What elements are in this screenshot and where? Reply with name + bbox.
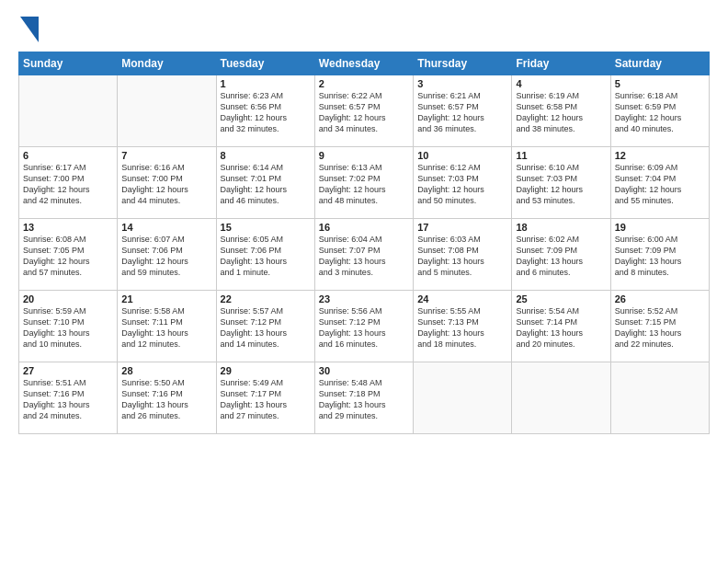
day-info: Sunrise: 6:04 AM Sunset: 7:07 PM Dayligh… [319, 234, 409, 279]
calendar-cell [512, 362, 610, 434]
day-number: 17 [417, 222, 507, 233]
day-number: 25 [516, 293, 606, 304]
day-info: Sunrise: 5:59 AM Sunset: 7:10 PM Dayligh… [23, 305, 113, 350]
day-info: Sunrise: 6:18 AM Sunset: 6:59 PM Dayligh… [615, 90, 705, 135]
day-info: Sunrise: 5:58 AM Sunset: 7:11 PM Dayligh… [121, 305, 211, 350]
calendar-cell: 19Sunrise: 6:00 AM Sunset: 7:09 PM Dayli… [610, 219, 709, 291]
day-info: Sunrise: 6:21 AM Sunset: 6:57 PM Dayligh… [417, 90, 507, 135]
day-number: 6 [23, 150, 113, 161]
day-number: 30 [319, 365, 409, 376]
weekday-header: Thursday [414, 52, 512, 75]
day-info: Sunrise: 5:50 AM Sunset: 7:16 PM Dayligh… [121, 377, 211, 422]
calendar-cell: 9Sunrise: 6:13 AM Sunset: 7:02 PM Daylig… [314, 147, 413, 219]
day-number: 16 [319, 222, 409, 233]
day-info: Sunrise: 5:55 AM Sunset: 7:13 PM Dayligh… [417, 305, 507, 350]
calendar-week-row: 6Sunrise: 6:17 AM Sunset: 7:00 PM Daylig… [19, 147, 710, 219]
calendar-cell: 12Sunrise: 6:09 AM Sunset: 7:04 PM Dayli… [610, 147, 709, 219]
weekday-header: Tuesday [216, 52, 314, 75]
day-number: 22 [221, 293, 311, 304]
calendar-cell: 26Sunrise: 5:52 AM Sunset: 7:15 PM Dayli… [610, 291, 709, 362]
calendar-cell [19, 75, 118, 147]
day-number: 5 [615, 78, 705, 89]
page: SundayMondayTuesdayWednesdayThursdayFrid… [0, 0, 728, 563]
day-info: Sunrise: 6:10 AM Sunset: 7:03 PM Dayligh… [516, 162, 606, 207]
calendar-week-row: 20Sunrise: 5:59 AM Sunset: 7:10 PM Dayli… [19, 291, 710, 362]
day-number: 18 [516, 222, 606, 233]
day-info: Sunrise: 6:08 AM Sunset: 7:05 PM Dayligh… [23, 234, 113, 279]
calendar-week-row: 1Sunrise: 6:23 AM Sunset: 6:56 PM Daylig… [19, 75, 710, 147]
calendar-cell: 4Sunrise: 6:19 AM Sunset: 6:58 PM Daylig… [512, 75, 610, 147]
day-number: 13 [23, 222, 113, 233]
day-number: 29 [221, 365, 311, 376]
day-number: 2 [319, 78, 409, 89]
day-number: 7 [121, 150, 211, 161]
calendar-cell: 17Sunrise: 6:03 AM Sunset: 7:08 PM Dayli… [414, 219, 512, 291]
day-number: 15 [221, 222, 311, 233]
weekday-header: Wednesday [314, 52, 413, 75]
day-number: 12 [615, 150, 705, 161]
day-info: Sunrise: 6:19 AM Sunset: 6:58 PM Dayligh… [516, 90, 606, 135]
calendar-cell [610, 362, 709, 434]
header [18, 17, 710, 42]
svg-marker-0 [20, 17, 39, 42]
day-info: Sunrise: 6:16 AM Sunset: 7:00 PM Dayligh… [121, 162, 211, 207]
calendar-cell: 21Sunrise: 5:58 AM Sunset: 7:11 PM Dayli… [118, 291, 216, 362]
weekday-header: Sunday [19, 52, 118, 75]
weekday-header: Saturday [610, 52, 709, 75]
logo [18, 17, 39, 42]
calendar-cell: 18Sunrise: 6:02 AM Sunset: 7:09 PM Dayli… [512, 219, 610, 291]
day-number: 23 [319, 293, 409, 304]
calendar-week-row: 13Sunrise: 6:08 AM Sunset: 7:05 PM Dayli… [19, 219, 710, 291]
day-info: Sunrise: 6:17 AM Sunset: 7:00 PM Dayligh… [23, 162, 113, 207]
calendar-week-row: 27Sunrise: 5:51 AM Sunset: 7:16 PM Dayli… [19, 362, 710, 434]
day-number: 3 [417, 78, 507, 89]
calendar-cell: 13Sunrise: 6:08 AM Sunset: 7:05 PM Dayli… [19, 219, 118, 291]
day-info: Sunrise: 6:14 AM Sunset: 7:01 PM Dayligh… [221, 162, 311, 207]
day-number: 1 [221, 78, 311, 89]
day-info: Sunrise: 5:54 AM Sunset: 7:14 PM Dayligh… [516, 305, 606, 350]
calendar-cell: 6Sunrise: 6:17 AM Sunset: 7:00 PM Daylig… [19, 147, 118, 219]
calendar-cell: 7Sunrise: 6:16 AM Sunset: 7:00 PM Daylig… [118, 147, 216, 219]
day-number: 26 [615, 293, 705, 304]
day-number: 21 [121, 293, 211, 304]
calendar-cell: 15Sunrise: 6:05 AM Sunset: 7:06 PM Dayli… [216, 219, 314, 291]
calendar-cell: 3Sunrise: 6:21 AM Sunset: 6:57 PM Daylig… [414, 75, 512, 147]
calendar-cell [414, 362, 512, 434]
calendar-cell: 22Sunrise: 5:57 AM Sunset: 7:12 PM Dayli… [216, 291, 314, 362]
day-info: Sunrise: 6:23 AM Sunset: 6:56 PM Dayligh… [221, 90, 311, 135]
day-info: Sunrise: 6:05 AM Sunset: 7:06 PM Dayligh… [221, 234, 311, 279]
calendar-cell: 28Sunrise: 5:50 AM Sunset: 7:16 PM Dayli… [118, 362, 216, 434]
calendar-cell: 5Sunrise: 6:18 AM Sunset: 6:59 PM Daylig… [610, 75, 709, 147]
logo-icon [20, 17, 39, 42]
day-info: Sunrise: 6:02 AM Sunset: 7:09 PM Dayligh… [516, 234, 606, 279]
calendar-cell [118, 75, 216, 147]
calendar-cell: 29Sunrise: 5:49 AM Sunset: 7:17 PM Dayli… [216, 362, 314, 434]
day-info: Sunrise: 5:56 AM Sunset: 7:12 PM Dayligh… [319, 305, 409, 350]
day-number: 27 [23, 365, 113, 376]
day-number: 11 [516, 150, 606, 161]
day-info: Sunrise: 6:12 AM Sunset: 7:03 PM Dayligh… [417, 162, 507, 207]
weekday-header: Monday [118, 52, 216, 75]
day-info: Sunrise: 5:49 AM Sunset: 7:17 PM Dayligh… [221, 377, 311, 422]
calendar-cell: 20Sunrise: 5:59 AM Sunset: 7:10 PM Dayli… [19, 291, 118, 362]
day-info: Sunrise: 5:52 AM Sunset: 7:15 PM Dayligh… [615, 305, 705, 350]
day-number: 14 [121, 222, 211, 233]
weekday-header: Friday [512, 52, 610, 75]
calendar-cell: 24Sunrise: 5:55 AM Sunset: 7:13 PM Dayli… [414, 291, 512, 362]
day-info: Sunrise: 6:22 AM Sunset: 6:57 PM Dayligh… [319, 90, 409, 135]
calendar-cell: 10Sunrise: 6:12 AM Sunset: 7:03 PM Dayli… [414, 147, 512, 219]
day-info: Sunrise: 6:13 AM Sunset: 7:02 PM Dayligh… [319, 162, 409, 207]
day-number: 8 [221, 150, 311, 161]
calendar-cell: 16Sunrise: 6:04 AM Sunset: 7:07 PM Dayli… [314, 219, 413, 291]
calendar-cell: 14Sunrise: 6:07 AM Sunset: 7:06 PM Dayli… [118, 219, 216, 291]
day-number: 19 [615, 222, 705, 233]
calendar-cell: 1Sunrise: 6:23 AM Sunset: 6:56 PM Daylig… [216, 75, 314, 147]
calendar: SundayMondayTuesdayWednesdayThursdayFrid… [18, 52, 710, 434]
calendar-cell: 27Sunrise: 5:51 AM Sunset: 7:16 PM Dayli… [19, 362, 118, 434]
day-info: Sunrise: 6:09 AM Sunset: 7:04 PM Dayligh… [615, 162, 705, 207]
calendar-cell: 8Sunrise: 6:14 AM Sunset: 7:01 PM Daylig… [216, 147, 314, 219]
day-number: 24 [417, 293, 507, 304]
day-number: 28 [121, 365, 211, 376]
calendar-header-row: SundayMondayTuesdayWednesdayThursdayFrid… [19, 52, 710, 75]
day-number: 10 [417, 150, 507, 161]
